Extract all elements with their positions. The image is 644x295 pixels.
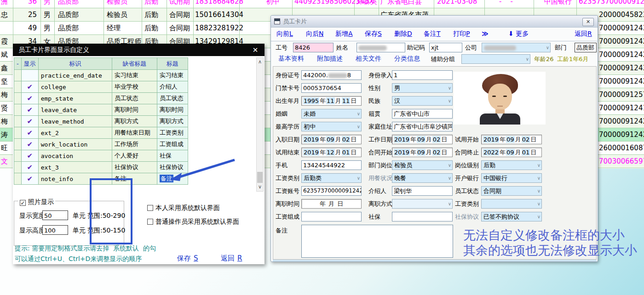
field-id: avocation bbox=[38, 150, 112, 162]
education-select[interactable]: 初中∨ bbox=[301, 122, 362, 131]
show-checkbox[interactable]: ✔ bbox=[21, 150, 38, 162]
referrer-input[interactable]: 梁钊华 bbox=[392, 186, 453, 196]
pay-class-select[interactable]: 后勤类∨ bbox=[301, 173, 362, 183]
add-button[interactable]: 新增A bbox=[335, 30, 353, 38]
show-checkbox[interactable]: ✔ bbox=[21, 173, 38, 185]
show-checkbox[interactable]: ✔ bbox=[21, 162, 38, 173]
door-card-input[interactable]: 0005370654 bbox=[301, 83, 362, 93]
operator-default-ui-checkbox[interactable]: 普通操作员采用系统默认界面 bbox=[147, 217, 239, 226]
checkbox-checked-icon[interactable]: ✓ bbox=[20, 200, 26, 206]
work-date-label: 工作日期 bbox=[368, 135, 392, 144]
return-button[interactable]: 返回R bbox=[575, 30, 592, 38]
save-button[interactable]: 保存S bbox=[177, 254, 198, 263]
delete-button[interactable]: 删除D bbox=[394, 30, 412, 38]
custom-title[interactable]: 员工状态 bbox=[157, 93, 188, 104]
custom-title[interactable]: 介绍人 bbox=[157, 81, 188, 93]
cell-position: 检验员 bbox=[107, 8, 127, 22]
marriage-select[interactable]: 未婚∨ bbox=[301, 109, 362, 119]
cell-account: 700300665972 bbox=[599, 155, 644, 168]
self-default-ui-checkbox[interactable]: 本人采用系统默认界面 bbox=[147, 203, 220, 212]
print-button[interactable]: 打印P bbox=[453, 30, 470, 38]
mobile-input[interactable]: 13424544922 bbox=[301, 160, 362, 170]
config-row: ✔ emp_state 员工状态 员工状态 bbox=[14, 93, 188, 104]
cell-name: 鑫 bbox=[1, 62, 8, 75]
photo-display-checkbox[interactable]: ✓ 照片显示 bbox=[18, 197, 55, 206]
close-icon[interactable]: ✕ bbox=[251, 45, 260, 55]
show-checkbox[interactable]: ✔ bbox=[21, 127, 38, 139]
social-input[interactable] bbox=[392, 212, 453, 221]
gender-select[interactable]: 男∨ bbox=[392, 83, 453, 93]
close-icon[interactable]: ✕ bbox=[582, 18, 594, 26]
scroll-down-icon[interactable]: ∨ bbox=[257, 184, 263, 190]
contract-end-input[interactable]: 2022年09月01日 bbox=[481, 148, 542, 157]
emp-state-select[interactable]: 合同期∨ bbox=[481, 186, 542, 196]
table-scrollbar[interactable]: ∧ ∨ bbox=[256, 57, 264, 192]
note-textarea[interactable] bbox=[301, 225, 453, 258]
height-label: 显示高度 bbox=[19, 227, 45, 235]
contract-start-input[interactable]: 2019年09月02日 bbox=[392, 148, 453, 157]
show-checkbox[interactable]: ✔ bbox=[21, 116, 38, 127]
field-id: work_location bbox=[38, 139, 112, 150]
save-button[interactable]: 保存S bbox=[365, 30, 382, 38]
company-select[interactable]: ∨ bbox=[482, 43, 551, 52]
ethnic-select[interactable]: 汉∨ bbox=[392, 96, 453, 106]
show-checkbox[interactable]: ✔ bbox=[21, 93, 38, 104]
emp-no-input[interactable]: 8426 bbox=[293, 43, 334, 52]
note-button[interactable]: 备注T bbox=[424, 30, 441, 38]
cell-sex: 男 bbox=[44, 8, 51, 22]
native-input[interactable]: 广东省中山市 bbox=[392, 109, 453, 119]
id-entry-input[interactable]: 1 bbox=[392, 70, 453, 80]
id-card-input[interactable]: 442000.8 bbox=[301, 70, 362, 80]
social-agree-select[interactable]: 已签不购协议∨ bbox=[481, 212, 542, 221]
chevron-down-icon: ∨ bbox=[537, 199, 540, 208]
return-button[interactable]: 返回R bbox=[221, 254, 242, 263]
scrollbar-thumb[interactable] bbox=[257, 172, 263, 183]
meal-select[interactable]: 晚餐∨ bbox=[392, 173, 453, 183]
pay-account-input[interactable]: 6235737000009124211 bbox=[301, 186, 362, 196]
prev-button[interactable]: 向前L bbox=[276, 30, 293, 38]
show-checkbox[interactable]: ✔ bbox=[21, 81, 38, 93]
tab-classification[interactable]: 分类信息 bbox=[394, 55, 420, 63]
birth-date-input[interactable]: 1995年11月11日 bbox=[301, 96, 362, 106]
more-button[interactable]: ⬇ 更多 bbox=[508, 30, 529, 38]
post-level-select[interactable]: 后勤∨ bbox=[481, 160, 542, 170]
dialog-titlebar: 员工卡片 ✕ bbox=[271, 16, 598, 28]
trial-start-input[interactable]: 2019年09月02日 bbox=[481, 135, 542, 144]
aux-group-select[interactable]: ∨ bbox=[461, 54, 530, 64]
custom-title[interactable]: 实习结束 bbox=[157, 70, 188, 81]
config-row: ✔ ext_2 用餐结束日期 工资类别 bbox=[14, 127, 188, 139]
address-input[interactable]: 广东省中山市阜沙镇同剌 bbox=[392, 122, 453, 131]
pay-comp-input[interactable] bbox=[301, 212, 362, 221]
custom-title[interactable]: 离职方式 bbox=[157, 116, 188, 127]
height-input[interactable]: 100 bbox=[42, 225, 68, 235]
hire-date-input[interactable]: 2019年09月02日 bbox=[301, 135, 362, 144]
width-input[interactable]: 50 bbox=[42, 210, 68, 220]
dept-post-select[interactable]: 检验员∨ bbox=[392, 160, 453, 170]
show-checkbox[interactable]: ✔ bbox=[21, 139, 38, 150]
leave-method-select[interactable]: ∨ bbox=[392, 199, 453, 209]
custom-title[interactable]: 离职时间 bbox=[157, 104, 188, 116]
pay-class2-select[interactable]: ∨ bbox=[481, 199, 542, 209]
tab-basic-info[interactable]: 基本资料 bbox=[278, 55, 304, 63]
cell-bank: 中国银行 bbox=[544, 0, 572, 8]
tab-related-files[interactable]: 相关文件 bbox=[356, 55, 381, 63]
bank-select[interactable]: 中国银行∨ bbox=[481, 173, 542, 183]
dialog-title: 员工卡片 bbox=[283, 18, 307, 25]
custom-title[interactable]: 工资组成 bbox=[157, 139, 188, 150]
name-input[interactable] bbox=[356, 43, 405, 52]
show-checkbox[interactable]: ✔ bbox=[21, 104, 38, 116]
leave-date-input[interactable]: 年 月 日 bbox=[301, 199, 362, 209]
mnemonic-input[interactable]: xjt bbox=[429, 43, 462, 52]
contract-start-label: 合同开始 bbox=[368, 148, 392, 157]
next-button[interactable]: 向后N bbox=[306, 30, 323, 38]
tab-extra-desc[interactable]: 附加描述 bbox=[317, 55, 343, 63]
trial-end-input[interactable]: 2019年12月01日 bbox=[301, 148, 362, 157]
custom-title[interactable]: 工资类别 bbox=[157, 127, 188, 139]
scroll-up-icon[interactable]: ∧ bbox=[257, 59, 263, 65]
cell-class: 后勤 bbox=[144, 22, 158, 35]
work-date-input[interactable]: 2019年09月02日 bbox=[392, 135, 453, 144]
chevron-down-icon: ∨ bbox=[357, 109, 360, 118]
expand-toolbar-icon[interactable]: ≫ bbox=[482, 30, 489, 37]
show-checkbox[interactable] bbox=[21, 70, 38, 81]
cell-dept: 品质部 bbox=[58, 0, 79, 8]
